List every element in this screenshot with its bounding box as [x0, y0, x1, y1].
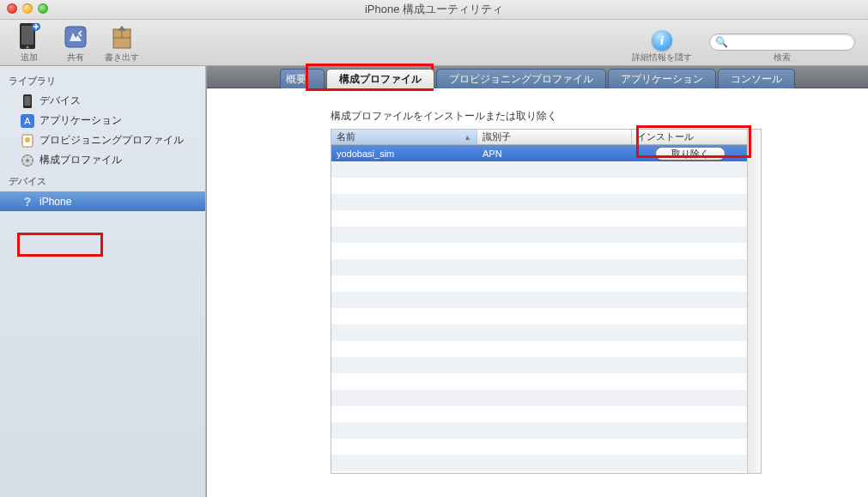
column-header-id[interactable]: 識別子: [477, 130, 632, 144]
export-icon: [108, 23, 136, 51]
sidebar-item-config-profile[interactable]: 構成プロファイル: [0, 150, 205, 170]
table-row-empty: [331, 390, 748, 406]
column-label: 名前: [337, 130, 355, 143]
annotation-highlight: [17, 233, 103, 257]
svg-point-2: [26, 45, 28, 48]
toolbar-search-label: 検索: [774, 52, 791, 64]
table-body: yodobasi_sim APN 取り除く: [331, 145, 748, 474]
sidebar-item-iphone[interactable]: ? iPhone: [0, 191, 205, 211]
profile-table: 名前 ▲ 識別子 インストール yodobasi_sim APN: [331, 129, 762, 474]
toolbar: 追加 共有 書き出す i 詳細情報を隠す 🔍 検索: [0, 20, 868, 66]
sidebar-section-devices: デバイス: [0, 170, 205, 191]
tab-label: 概要: [286, 73, 307, 85]
tab-overview[interactable]: 概要: [280, 69, 325, 88]
sidebar: ライブラリ デバイス A アプリケーション プロビジョニングプロファイル 構成プ…: [0, 66, 206, 497]
sidebar-item-label: プロビジョニングプロファイル: [39, 133, 184, 148]
table-row-empty: [331, 292, 748, 308]
sidebar-item-applications[interactable]: A アプリケーション: [0, 111, 205, 130]
svg-rect-4: [65, 27, 86, 47]
table-row-empty: [331, 373, 748, 390]
table-row-empty: [331, 357, 748, 373]
info-icon: i: [652, 30, 672, 51]
tab-bar: 概要 構成プロファイル プロビジョニングプロファイル アプリケーション コンソー…: [207, 66, 868, 88]
tab-label: アプリケーション: [621, 73, 703, 85]
provisioning-icon: [21, 134, 34, 148]
svg-point-11: [25, 137, 30, 142]
tab-console[interactable]: コンソール: [718, 69, 795, 88]
toolbar-search: 🔍 検索: [705, 33, 859, 64]
window-zoom-button[interactable]: [38, 3, 48, 14]
toolbar-info-button[interactable]: i 詳細情報を隠す: [628, 30, 696, 64]
table-row-empty: [331, 243, 748, 259]
window-title: iPhone 構成ユーティリティ: [365, 3, 503, 15]
tab-applications[interactable]: アプリケーション: [608, 69, 716, 88]
table-row-empty: [331, 324, 748, 341]
table-row-empty: [331, 178, 748, 194]
tab-label: コンソール: [731, 73, 782, 85]
table-header: 名前 ▲ 識別子 インストール: [331, 130, 748, 145]
tab-label: プロビジョニングプロファイル: [449, 73, 593, 85]
window-close-button[interactable]: [7, 3, 17, 14]
content-description: 構成プロファイルをインストールまたは取り除く: [331, 109, 847, 124]
column-label: インストール: [637, 130, 694, 143]
svg-rect-7: [25, 96, 31, 106]
cell-name: yodobasi_sim: [331, 148, 477, 159]
table-row-empty: [331, 227, 748, 243]
device-icon: [21, 94, 34, 108]
table-row-empty: [331, 455, 748, 471]
content-body: 構成プロファイルをインストールまたは取り除く 名前 ▲ 識別子 インストール: [207, 88, 868, 497]
toolbar-export-button[interactable]: 書き出す: [101, 23, 143, 64]
cell-action: 取り除く: [632, 147, 748, 161]
table-row-empty: [331, 210, 748, 227]
table-row-empty: [331, 422, 748, 439]
titlebar: iPhone 構成ユーティリティ: [0, 0, 868, 20]
table-row[interactable]: yodobasi_sim APN 取り除く: [331, 145, 748, 161]
sort-ascending-icon: ▲: [464, 133, 471, 142]
svg-text:A: A: [24, 116, 31, 126]
svg-rect-1: [21, 26, 33, 45]
toolbar-add-button[interactable]: 追加: [9, 23, 50, 64]
sidebar-item-provisioning[interactable]: プロビジョニングプロファイル: [0, 130, 205, 150]
sidebar-item-devices[interactable]: デバイス: [0, 91, 205, 111]
table-row-empty: [331, 406, 748, 422]
table-row-empty: [331, 259, 748, 276]
toolbar-export-label: 書き出す: [105, 52, 139, 64]
table-row-empty: [331, 161, 748, 178]
toolbar-share-button[interactable]: 共有: [55, 23, 96, 64]
unknown-device-icon: ?: [21, 195, 34, 209]
tab-provisioning[interactable]: プロビジョニングプロファイル: [436, 69, 606, 88]
cell-id: APN: [477, 148, 632, 159]
share-icon: [62, 23, 89, 51]
sidebar-section-library: ライブラリ: [0, 70, 205, 91]
toolbar-add-label: 追加: [21, 52, 38, 64]
sidebar-item-label: アプリケーション: [39, 113, 122, 128]
scrollbar[interactable]: [747, 130, 761, 473]
svg-point-13: [26, 159, 29, 162]
sidebar-item-label: 構成プロファイル: [39, 153, 122, 167]
table-row-empty: [331, 276, 748, 292]
content-area: 概要 構成プロファイル プロビジョニングプロファイル アプリケーション コンソー…: [206, 66, 868, 497]
sidebar-item-label: iPhone: [39, 196, 71, 208]
search-input[interactable]: [709, 33, 855, 51]
app-icon: A: [21, 114, 34, 128]
sidebar-item-label: デバイス: [39, 94, 81, 108]
window-minimize-button[interactable]: [22, 3, 33, 14]
tab-config-profile[interactable]: 構成プロファイル: [326, 69, 434, 88]
toolbar-share-label: 共有: [67, 52, 84, 64]
toolbar-info-label: 詳細情報を隠す: [632, 52, 692, 64]
table-row-empty: [331, 194, 748, 210]
iphone-add-icon: [15, 23, 43, 51]
table-row-empty: [331, 308, 748, 324]
tab-label: 構成プロファイル: [339, 73, 422, 85]
column-header-install[interactable]: インストール: [632, 130, 748, 144]
column-header-name[interactable]: 名前 ▲: [331, 130, 477, 144]
column-label: 識別子: [483, 130, 511, 143]
remove-button[interactable]: 取り除く: [655, 147, 725, 161]
table-row-empty: [331, 341, 748, 357]
table-row-empty: [331, 439, 748, 455]
config-profile-icon: [21, 154, 34, 167]
